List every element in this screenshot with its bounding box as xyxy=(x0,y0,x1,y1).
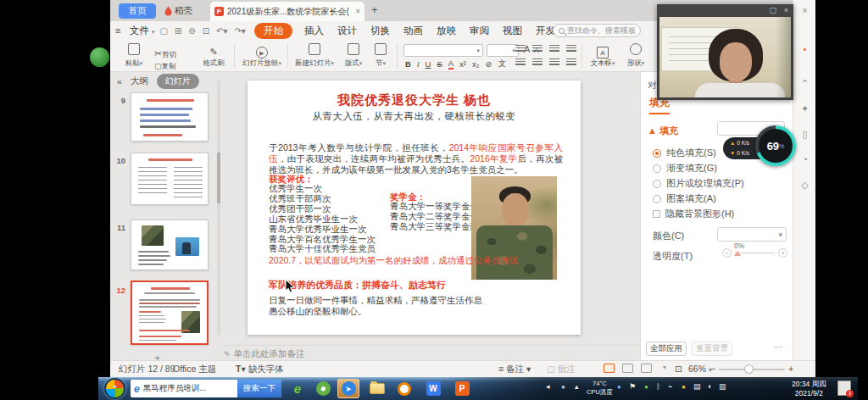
font-name-select[interactable]: ▾ xyxy=(403,44,483,57)
font-color-button[interactable]: A xyxy=(448,58,453,69)
missing-font-indicator[interactable]: T▾ 缺失字体 xyxy=(236,364,284,375)
strikethrough-button[interactable]: S xyxy=(437,59,442,69)
superscript-button[interactable]: x² xyxy=(459,59,466,69)
command-search-input[interactable]: 查找命令、搜索模板 xyxy=(553,24,641,37)
apply-all-button[interactable]: 全部应用 xyxy=(646,342,687,356)
menu-item[interactable]: 审阅 xyxy=(470,25,489,37)
underline-button[interactable]: U xyxy=(426,59,431,69)
menu-item[interactable]: 动画 xyxy=(403,25,423,37)
tab-home[interactable]: 首页 xyxy=(119,3,156,19)
new-tab-button[interactable]: + xyxy=(371,3,378,16)
menu-item[interactable]: 插入 xyxy=(304,25,324,37)
cpu-temperature[interactable]: 74°C CPU温度 xyxy=(587,380,613,397)
taskbar-orange-ring-icon[interactable] xyxy=(393,379,415,398)
tray-network-icon[interactable]: ⌁ xyxy=(668,382,672,391)
tail-lines[interactable]: 日复一日做同一件事情，精益求精，严格遵守生活作息愚公移山的坚毅和耐心。 xyxy=(269,295,482,316)
taskbar-browser-icon[interactable]: e xyxy=(287,379,309,398)
slide-paragraph[interactable]: 于2013年考入数学与统计学院，担任班长，2014年响应国家号召参军入伍，由于表… xyxy=(269,142,563,175)
maximize-icon[interactable]: ▢ xyxy=(769,6,776,14)
notification-icon[interactable]: 3 xyxy=(837,381,851,396)
tray-signal-icon[interactable]: ▥ xyxy=(719,382,726,391)
tray-flag-icon[interactable]: ⚑ xyxy=(629,382,636,391)
tab-document[interactable]: P 2021级新生家...数统学院家长会( × xyxy=(210,2,364,21)
close-tab-icon[interactable]: × xyxy=(355,7,360,16)
paste-button[interactable]: 粘贴▾ xyxy=(120,43,147,69)
align-right-icon[interactable] xyxy=(549,58,559,66)
view-normal[interactable] xyxy=(604,364,618,374)
fit-slide-icon[interactable]: ⊡ xyxy=(675,364,682,374)
italic-button[interactable]: I xyxy=(417,59,420,69)
video-title-bar[interactable]: ▢ × xyxy=(657,4,793,17)
slider-knob[interactable] xyxy=(734,251,741,256)
numbering-icon[interactable] xyxy=(532,45,542,53)
menu-item[interactable]: 设计 xyxy=(337,25,357,37)
export-icon[interactable]: ⊞ xyxy=(175,26,181,36)
zoom-slider-knob[interactable] xyxy=(744,364,754,374)
view-reading[interactable] xyxy=(641,364,655,374)
view-sorter[interactable] xyxy=(622,364,637,374)
shapes-button[interactable]: 形状▾ xyxy=(622,43,649,69)
menu-item[interactable]: 放映 xyxy=(437,25,456,37)
taskbar-folder-icon[interactable] xyxy=(366,379,388,398)
transparency-slider[interactable] xyxy=(736,253,775,253)
tab-slides[interactable]: 幻灯片 xyxy=(157,74,199,89)
copy-button[interactable]: ▢复制 xyxy=(154,57,176,72)
tray-volume-icon[interactable]: ◖ xyxy=(707,382,711,391)
tray-yellow-icon[interactable]: ● xyxy=(680,382,687,391)
transparency-plus-button[interactable]: + xyxy=(778,248,787,258)
tray-hide-icon[interactable]: ◂ xyxy=(546,382,550,391)
taskbar-clock[interactable]: 20:34 周四 2021/9/2 xyxy=(792,380,826,397)
format-painter-button[interactable]: ✎ 格式刷 xyxy=(198,43,229,69)
new-slide-button[interactable]: 新建幻灯片▾ xyxy=(292,43,337,69)
textbox-button[interactable]: A 文本框▾ xyxy=(587,43,619,69)
menu-file[interactable]: 文件 ▾ xyxy=(130,25,155,37)
search-go-button[interactable]: 搜索一下 xyxy=(237,380,281,397)
tray-green-icon[interactable]: ● xyxy=(643,382,650,391)
usage-gauge[interactable]: 69% xyxy=(755,125,796,166)
clear-format-icon[interactable]: ⊘ xyxy=(485,59,492,69)
fill-option-radio[interactable]: 渐变填充(G) xyxy=(653,162,717,175)
notes-placeholder[interactable]: ✎ 单击此处添加备注 xyxy=(222,345,640,360)
start-button[interactable] xyxy=(104,378,125,399)
justify-icon[interactable] xyxy=(566,58,576,66)
exam-line[interactable]: 2020.7，以笔试面试均为第一名的好成绩，成功通过公务员考试 xyxy=(269,255,519,267)
theme-name[interactable]: Office 主题 xyxy=(173,364,216,375)
hide-background-checkbox[interactable]: 隐藏背景图形(H) xyxy=(653,208,734,220)
slide-thumbnail-11[interactable] xyxy=(131,219,209,270)
subscript-button[interactable]: x₂ xyxy=(472,59,479,69)
slide-subtitle[interactable]: 从青大入伍，从青大再出发，硬核班长的蜕变 xyxy=(248,110,581,123)
pane-tool-icon[interactable]: ▯ xyxy=(793,129,815,140)
slide-thumbnail-12[interactable] xyxy=(131,281,209,345)
menu-item[interactable]: 视图 xyxy=(503,25,522,37)
fill-option-radio[interactable]: 图案填充(A) xyxy=(653,192,716,205)
tray-bluetooth-icon[interactable]: ᛒ xyxy=(656,382,660,391)
redo-icon[interactable]: ↷▾ xyxy=(234,26,245,36)
panel-scrollbar[interactable] xyxy=(217,81,220,335)
align-center-icon[interactable] xyxy=(532,58,542,66)
star-tool-icon[interactable]: ✦ xyxy=(793,103,815,114)
window-close-icon[interactable]: × xyxy=(793,5,815,15)
collapse-strip-icon[interactable]: ⌃ xyxy=(793,78,815,89)
bullets-icon[interactable] xyxy=(515,45,526,53)
tab-outline[interactable]: 大纲 xyxy=(131,75,148,87)
menu-item[interactable]: 开始 xyxy=(254,23,292,39)
tab-docer[interactable]: 稻壳 xyxy=(164,3,192,19)
hamburger-icon[interactable]: ≡ xyxy=(115,25,121,36)
awards-list[interactable]: 优秀学生一次优秀班干部两次优秀团干部一次山东省优秀毕业生一次青岛大学优秀毕业生一… xyxy=(269,184,376,254)
print-icon[interactable]: ⊖ xyxy=(188,26,195,36)
fill-option-radio[interactable]: 纯色填充(S) xyxy=(653,147,716,159)
indent-icon[interactable] xyxy=(549,45,559,53)
fill-option-radio[interactable]: 图片或纹理填充(P) xyxy=(653,177,744,190)
fill-section-header[interactable]: ▲ 填充 xyxy=(648,125,678,137)
text-tools-button[interactable]: 文 xyxy=(498,58,506,69)
bold-button[interactable]: B xyxy=(405,59,411,69)
taskbar-wps-icon[interactable]: W xyxy=(422,379,444,398)
notes-toggle[interactable]: ≡ 备注 ▾ xyxy=(498,364,531,375)
color-select[interactable]: ▾ xyxy=(717,227,787,242)
slide-editor[interactable]: 我院优秀退役大学生 杨也 从青大入伍，从青大再出发，硬核班长的蜕变 于2013年… xyxy=(248,81,581,335)
slide-thumbnail-10[interactable] xyxy=(131,153,209,205)
collapse-panel-icon[interactable]: « xyxy=(117,76,122,86)
menu-item[interactable]: 切换 xyxy=(370,25,390,37)
tray-lan-icon[interactable]: ▤ xyxy=(693,382,701,391)
clock-tool-icon[interactable]: ◔ xyxy=(793,154,815,164)
